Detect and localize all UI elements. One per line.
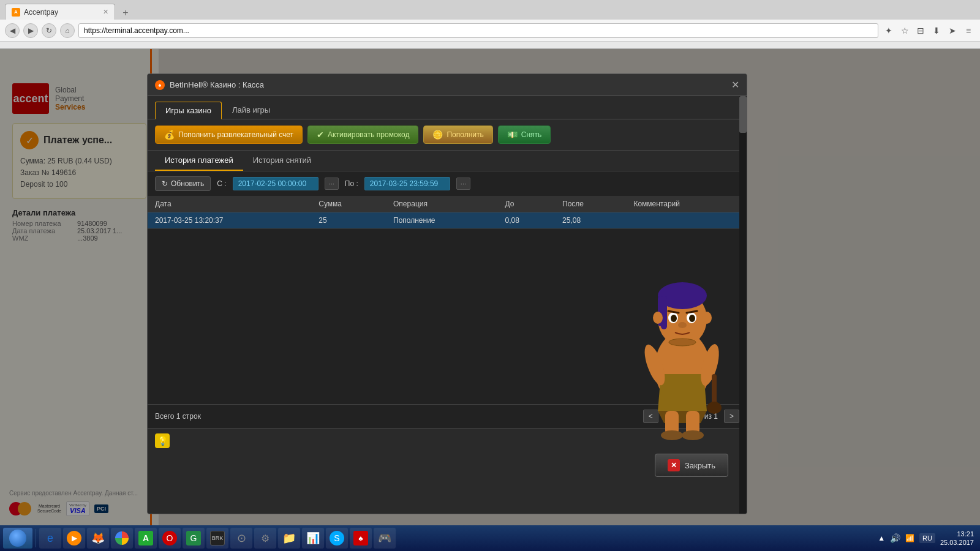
taskbar-poker[interactable]: ♠ bbox=[350, 528, 372, 549]
address-bar-row: ◀ ▶ ↻ ⌂ ✦ ☆ ⊟ ⬇ ➤ ≡ bbox=[0, 20, 980, 42]
back-button[interactable]: ◀ bbox=[5, 23, 20, 38]
withdraw-button[interactable]: 💵 Снять bbox=[498, 126, 551, 144]
taskbar: e ▶ 🦊 A O G BRK ⊙ ⚙ 📁 📊 S ♠ bbox=[0, 525, 980, 551]
opera-icon: O bbox=[162, 531, 177, 545]
sub-tabs-row: История платежей История снятий bbox=[148, 151, 747, 171]
subtab-payment-history[interactable]: История платежей bbox=[155, 151, 243, 171]
taskbar-folder[interactable]: 📁 bbox=[278, 528, 300, 549]
game2-icon: 🎮 bbox=[377, 531, 392, 545]
check-icon: ✔ bbox=[317, 130, 324, 140]
taskbar-opera[interactable]: O bbox=[159, 528, 181, 549]
modal-title: BetInHell® Казино : Касса bbox=[170, 80, 726, 89]
date-to-input[interactable] bbox=[364, 177, 450, 190]
content-area: Яндекс ✉ 26600 ☀ 2 3 accent Global Payme… bbox=[0, 49, 980, 525]
bookmark-icon[interactable]: ⊟ bbox=[914, 24, 927, 37]
taskbar-game2[interactable]: 🎮 bbox=[374, 528, 396, 549]
reload-button[interactable]: ↻ bbox=[42, 23, 56, 38]
total-rows-text: Всего 1 строк bbox=[155, 412, 637, 421]
svg-point-19 bbox=[689, 315, 695, 322]
forward-button[interactable]: ▶ bbox=[23, 23, 38, 38]
tab-live-games[interactable]: Лайв игры bbox=[222, 101, 281, 119]
modal-scrollbar[interactable] bbox=[739, 96, 747, 514]
clock-time: 13:21 bbox=[940, 530, 974, 538]
browser-tab[interactable]: A Accentpay ✕ bbox=[5, 4, 115, 20]
taskbar-skype[interactable]: S bbox=[326, 528, 348, 549]
coin-icon: 💰 bbox=[164, 130, 175, 140]
modal-titlebar: ♠ BetInHell® Казино : Касса ✕ bbox=[148, 74, 747, 96]
clock-date: 25.03.2017 bbox=[940, 538, 974, 547]
game-icon: ⚙ bbox=[258, 531, 273, 545]
browser-toolbar-icons: ✦ ☆ ⊟ ⬇ ➤ ≡ bbox=[882, 24, 975, 37]
deposit-entertainment-button[interactable]: 💰 Пополнить развлекательный счет bbox=[155, 126, 303, 144]
to-label: По : bbox=[345, 179, 358, 188]
system-clock: 13:21 25.03.2017 bbox=[940, 530, 974, 547]
from-picker-button[interactable]: ··· bbox=[325, 178, 339, 190]
taskbar-g-app[interactable]: G bbox=[183, 528, 205, 549]
taskbar-chart[interactable]: 📊 bbox=[302, 528, 324, 549]
tab-casino-games[interactable]: Игры казино bbox=[155, 102, 222, 119]
svg-point-6 bbox=[682, 430, 704, 440]
to-picker-button[interactable]: ··· bbox=[456, 178, 470, 190]
svg-point-25 bbox=[669, 339, 696, 346]
close-button-area: ✕ Закрыть bbox=[655, 454, 728, 477]
col-comment: Комментарий bbox=[626, 196, 747, 212]
cell-operation: Пополнение bbox=[386, 212, 498, 229]
ie-icon: e bbox=[43, 531, 58, 545]
start-button[interactable] bbox=[3, 528, 32, 549]
refresh-button[interactable]: ↻ Обновить bbox=[155, 176, 211, 191]
home-button[interactable]: ⌂ bbox=[60, 23, 75, 38]
svg-point-22 bbox=[678, 322, 687, 328]
caveman-character bbox=[627, 246, 737, 441]
circle-icon: ⊙ bbox=[234, 531, 249, 545]
new-tab-button[interactable]: + bbox=[118, 6, 134, 20]
modal-main-tabs: Игры казино Лайв игры bbox=[148, 96, 747, 119]
action-buttons-row: 💰 Пополнить развлекательный счет ✔ Актив… bbox=[148, 119, 747, 151]
address-input[interactable] bbox=[78, 23, 878, 38]
start-orb bbox=[9, 530, 26, 547]
activate-promo-label: Активировать промокод bbox=[328, 130, 409, 139]
col-after: После bbox=[555, 196, 626, 212]
date-from-input[interactable] bbox=[233, 177, 318, 190]
table-body: 2017-03-25 13:20:37 25 Пополнение 0,08 2… bbox=[148, 212, 747, 229]
taskbar-a-app[interactable]: A bbox=[135, 528, 157, 549]
chrome-icon bbox=[115, 531, 129, 545]
svg-point-10 bbox=[707, 402, 722, 414]
language-indicator[interactable]: RU bbox=[919, 533, 935, 543]
tray-icon-2: 🔊 bbox=[890, 533, 900, 543]
tray-icon-3: 📶 bbox=[905, 534, 914, 542]
taskbar-chrome[interactable] bbox=[111, 528, 133, 549]
filter-row: ↻ Обновить С : ··· По : ··· bbox=[148, 171, 747, 196]
taskbar-ie[interactable]: e bbox=[39, 528, 61, 549]
modal-close-button[interactable]: ✕ bbox=[731, 79, 739, 91]
from-label: С : bbox=[217, 179, 226, 188]
arrow-icon[interactable]: ➤ bbox=[946, 24, 959, 37]
star-icon[interactable]: ☆ bbox=[898, 24, 911, 37]
close-modal-button[interactable]: ✕ Закрыть bbox=[655, 454, 728, 477]
deposit-button[interactable]: 🪙 Пополнить bbox=[423, 126, 492, 144]
taskbar-media[interactable]: ▶ bbox=[63, 528, 85, 549]
taskbar-game[interactable]: ⚙ bbox=[254, 528, 276, 549]
extensions-icon[interactable]: ✦ bbox=[882, 24, 895, 37]
scrollbar-thumb[interactable] bbox=[739, 96, 747, 133]
folder-icon: 📁 bbox=[282, 531, 296, 545]
close-label: Закрыть bbox=[685, 461, 715, 470]
tab-close-button[interactable]: ✕ bbox=[103, 8, 108, 16]
svg-point-5 bbox=[661, 430, 683, 440]
taskbar-firefox[interactable]: 🦊 bbox=[87, 528, 109, 549]
hint-icon[interactable]: 💡 bbox=[155, 433, 170, 448]
table-row[interactable]: 2017-03-25 13:20:37 25 Пополнение 0,08 2… bbox=[148, 212, 747, 229]
taskbar-brk[interactable]: BRK bbox=[206, 528, 228, 549]
col-date: Дата bbox=[148, 196, 311, 212]
cell-after: 25,08 bbox=[555, 212, 626, 229]
download-icon[interactable]: ⬇ bbox=[930, 24, 943, 37]
deposit-entertainment-label: Пополнить развлекательный счет bbox=[178, 130, 293, 139]
activate-promo-button[interactable]: ✔ Активировать промокод bbox=[307, 126, 418, 144]
subtab-withdrawal-history[interactable]: История снятий bbox=[243, 151, 321, 171]
payments-table: Дата Сумма Операция До После Комментарий… bbox=[148, 196, 747, 229]
menu-icon[interactable]: ≡ bbox=[962, 24, 975, 37]
taskbar-circle-app[interactable]: ⊙ bbox=[230, 528, 252, 549]
firefox-icon: 🦊 bbox=[91, 531, 105, 545]
taskbar-separator-1 bbox=[36, 529, 36, 547]
taskbar-right: ▲ 🔊 📶 RU 13:21 25.03.2017 bbox=[878, 530, 977, 547]
cell-date: 2017-03-25 13:20:37 bbox=[148, 212, 311, 229]
